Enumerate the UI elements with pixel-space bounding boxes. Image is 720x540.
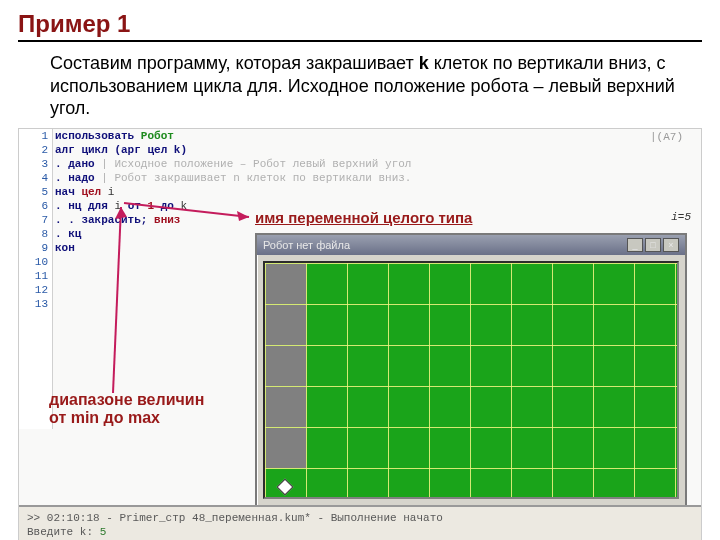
robot-window-titlebar: Робот нет файла _ □ × <box>257 235 685 255</box>
lineno: 5 <box>19 185 52 199</box>
kw: использовать <box>55 130 141 142</box>
ide-screenshot: 1 2 3 4 5 6 7 8 9 10 11 12 13 использова… <box>18 128 702 541</box>
console-output: >> 02:10:18 - Primer_стр 48_переменная.k… <box>19 505 701 541</box>
desc-pre: Составим программу, которая закрашивает <box>50 53 419 73</box>
maximize-button[interactable]: □ <box>645 238 661 252</box>
kw: . нц для <box>55 200 114 212</box>
slide-title: Пример 1 <box>18 10 702 38</box>
lineno: 13 <box>19 297 52 311</box>
kw: до <box>161 200 181 212</box>
console-input: 5 <box>100 526 107 538</box>
title-underline <box>18 40 702 42</box>
desc-k: k <box>419 53 429 73</box>
minimize-button[interactable]: _ <box>627 238 643 252</box>
annotation-range: диапазоне величин от min до max <box>49 391 204 428</box>
lineno: 2 <box>19 143 52 157</box>
anno-range-l1: диапазоне величин <box>49 391 204 409</box>
console-prompt: Введите k: <box>27 526 100 538</box>
comment: | Робот закрашивает n клеток по вертикал… <box>101 172 411 184</box>
filled-cell <box>266 264 306 304</box>
lineno: 3 <box>19 157 52 171</box>
grid-lines <box>265 263 677 497</box>
kw: нач <box>55 186 81 198</box>
filled-cell <box>266 387 306 427</box>
lineno: 6 <box>19 199 52 213</box>
lineno: 7 <box>19 213 52 227</box>
lineno: 11 <box>19 269 52 283</box>
description: Составим программу, которая закрашивает … <box>18 52 702 120</box>
kw: . . закрасить; <box>55 214 154 226</box>
lineno: 4 <box>19 171 52 185</box>
slide: Пример 1 Составим программу, которая зак… <box>0 0 720 540</box>
lineno: 9 <box>19 241 52 255</box>
lineno: 12 <box>19 283 52 297</box>
kw: от <box>128 200 148 212</box>
a7-label: |(A7) <box>650 131 683 143</box>
robot-window-title: Робот нет файла <box>263 239 350 251</box>
kw: . надо <box>55 172 101 184</box>
var: k <box>180 200 187 212</box>
window-controls: _ □ × <box>627 238 679 252</box>
annotation-var-type: имя переменной целого типа <box>255 209 472 226</box>
robot-window: Робот нет файла _ □ × <box>255 233 687 507</box>
lineno: 8 <box>19 227 52 241</box>
filled-cell <box>266 305 306 345</box>
kw: вниз <box>154 214 180 226</box>
filled-cell <box>266 346 306 386</box>
kw: алг <box>55 144 81 156</box>
robot-field <box>263 261 679 499</box>
kw: цикл <box>81 144 114 156</box>
num: 1 <box>147 200 160 212</box>
kw: Робот <box>141 130 174 142</box>
lineno: 1 <box>19 129 52 143</box>
kw: кон <box>55 242 75 254</box>
anno-range-l2: от min до max <box>49 409 204 427</box>
kw: . дано <box>55 158 101 170</box>
i-value: i=5 <box>671 211 691 223</box>
comment: | Исходное положение – Робот левый верхн… <box>101 158 411 170</box>
lineno: 10 <box>19 255 52 269</box>
kw: (арг цел k) <box>114 144 187 156</box>
var: i <box>114 200 127 212</box>
kw: . кц <box>55 228 81 240</box>
kw: цел <box>81 186 107 198</box>
line-gutter: 1 2 3 4 5 6 7 8 9 10 11 12 13 <box>19 129 53 429</box>
filled-cell <box>266 428 306 468</box>
console-line: >> 02:10:18 - Primer_стр 48_переменная.k… <box>27 511 693 525</box>
var: i <box>108 186 115 198</box>
close-button[interactable]: × <box>663 238 679 252</box>
